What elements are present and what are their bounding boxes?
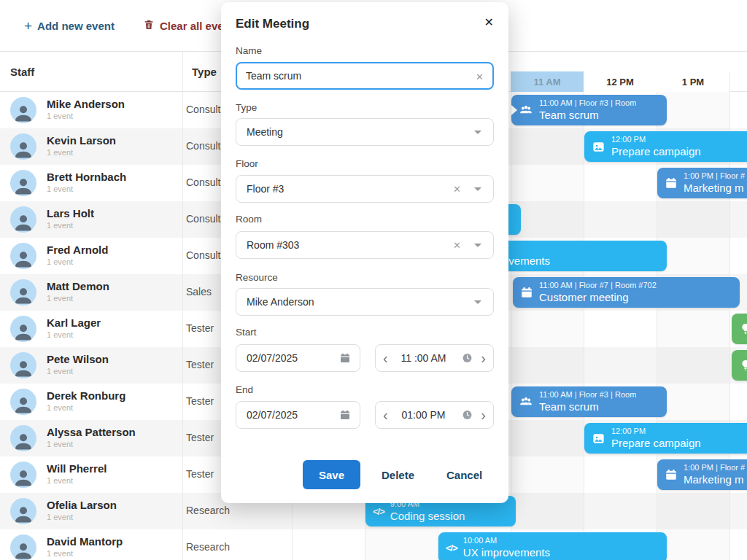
- staff-type: Sales: [186, 286, 212, 298]
- event-brainstorm[interactable]: [732, 314, 747, 344]
- type-select[interactable]: Meeting: [236, 118, 494, 146]
- event-ux-improvements[interactable]: </> 10:00 AMUX improvements: [438, 532, 667, 560]
- timeline-column-tint: [511, 92, 584, 560]
- add-new-event-label: Add new event: [37, 20, 115, 32]
- event-time: 11:00 AM | Floor #7 | Room #702: [539, 281, 657, 291]
- room-select[interactable]: Room #303 ✕: [236, 231, 494, 259]
- clear-room-icon[interactable]: ✕: [453, 240, 461, 251]
- staff-event-count: 1 event: [47, 403, 73, 412]
- staff-event-count: 1 event: [47, 367, 73, 376]
- staff-name: Alyssa Patterson: [47, 426, 136, 438]
- gridline: [511, 71, 511, 560]
- staff-event-count: 1 event: [47, 257, 73, 266]
- image-icon: [592, 432, 605, 446]
- staff-name: Brett Hornbach: [47, 171, 126, 183]
- avatar: [10, 316, 36, 342]
- chevron-down-icon: [474, 187, 481, 191]
- event-marketing-meeting[interactable]: 1:00 PM | Floor #Marketing m: [657, 459, 747, 490]
- add-new-event-button[interactable]: + Add new event: [24, 0, 115, 51]
- code-icon: </>: [446, 542, 457, 553]
- calendar-icon[interactable]: [339, 352, 351, 364]
- delete-button[interactable]: Delete: [371, 460, 425, 489]
- people-icon: [519, 394, 533, 409]
- chevron-right-icon[interactable]: ›: [481, 351, 486, 365]
- staff-name: Lars Holt: [47, 207, 94, 219]
- event-prepare-campaign[interactable]: 12:00 PMPrepare campaign: [584, 423, 747, 454]
- avatar: [10, 206, 36, 233]
- type-column-header: Type: [192, 51, 217, 92]
- staff-event-count: 1 event: [47, 476, 73, 485]
- event-title: Coding session: [390, 510, 465, 524]
- avatar: [10, 425, 36, 451]
- close-icon[interactable]: ✕: [484, 15, 494, 29]
- staff-type: Tester: [186, 468, 214, 480]
- floor-select[interactable]: Floor #3 ✕: [236, 175, 494, 203]
- start-date-value: 02/07/2025: [247, 352, 298, 364]
- chevron-left-icon[interactable]: ‹: [383, 408, 388, 422]
- start-label: Start: [236, 327, 257, 338]
- clock-icon[interactable]: [462, 353, 473, 364]
- end-time-input[interactable]: ‹ 01:00 PM ›: [375, 401, 494, 429]
- name-input[interactable]: [236, 62, 494, 90]
- dialog-title: Edit Meeting: [236, 17, 309, 31]
- staff-type: Tester: [186, 432, 214, 443]
- staff-event-count: 1 event: [47, 330, 73, 339]
- event-title: Customer meeting: [539, 291, 657, 305]
- trash-icon: [143, 19, 155, 33]
- staff-type: Tester: [186, 322, 214, 334]
- staff-name: Matt Demon: [47, 280, 109, 292]
- staff-name: Derek Ronburg: [47, 389, 125, 402]
- clear-name-icon[interactable]: ✕: [476, 71, 484, 82]
- name-label: Name: [236, 45, 262, 56]
- clock-icon[interactable]: [462, 410, 473, 421]
- staff-event-count: 1 event: [47, 294, 73, 303]
- room-value: Room #303: [247, 239, 299, 251]
- staff-event-count: 1 event: [47, 549, 73, 558]
- event-title: UX improvements: [463, 546, 550, 560]
- cancel-button[interactable]: Cancel: [442, 460, 486, 489]
- event-time: 10:00 AM: [463, 536, 550, 546]
- staff-name: Mike Anderson: [47, 98, 125, 110]
- clear-floor-icon[interactable]: ✕: [453, 184, 461, 195]
- hour-header-12pm: 12 PM: [584, 71, 657, 92]
- event-prepare-campaign[interactable]: 12:00 PMPrepare campaign: [584, 131, 747, 162]
- staff-name: Kevin Larson: [47, 134, 116, 147]
- start-time-input[interactable]: ‹ 11 :00 AM ›: [375, 344, 494, 372]
- event-marketing-meeting[interactable]: 1:00 PM | Floor #Marketing m: [657, 168, 747, 198]
- lightbulb-icon: [739, 359, 747, 372]
- chevron-left-icon[interactable]: ‹: [383, 351, 388, 365]
- staff-name: Will Pherrel: [47, 462, 107, 475]
- event-brainstorm[interactable]: [732, 350, 747, 381]
- floor-label: Floor: [236, 158, 258, 169]
- save-button[interactable]: Save: [303, 460, 360, 489]
- staff-name: David Mantorp: [47, 535, 123, 548]
- avatar: [10, 352, 36, 378]
- type-label: Type: [236, 102, 257, 113]
- calendar-icon: [665, 468, 678, 481]
- staff-type: Research: [186, 505, 230, 516]
- staff-event-count: 1 event: [47, 184, 73, 193]
- event-time: 12:00 PM: [611, 427, 701, 437]
- staff-name: Ofelia Larson: [47, 499, 117, 511]
- end-date-value: 02/07/2025: [247, 409, 298, 421]
- start-date-input[interactable]: 02/07/2025: [236, 344, 360, 372]
- staff-event-count: 1 event: [47, 148, 73, 157]
- event-team-scrum[interactable]: 11:00 AM | Floor #3 | RoomTeam scrum: [511, 95, 667, 125]
- resource-select[interactable]: Mike Anderson: [236, 288, 494, 316]
- avatar: [10, 243, 36, 269]
- resource-value: Mike Anderson: [247, 296, 314, 308]
- calendar-icon[interactable]: [339, 409, 351, 421]
- event-customer-meeting[interactable]: 11:00 AM | Floor #7 | Room #702Customer …: [513, 277, 740, 308]
- chevron-right-icon[interactable]: ›: [481, 408, 486, 422]
- start-time-value: 11 :00 AM: [396, 352, 451, 364]
- event-time: 11:00 AM | Floor #3 | Room: [539, 390, 636, 400]
- event-continue-notch: [511, 105, 517, 115]
- event-team-scrum[interactable]: 11:00 AM | Floor #3 | RoomTeam scrum: [511, 386, 667, 417]
- avatar: [10, 462, 36, 488]
- event-time: 11:00 AM | Floor #3 | Room: [539, 98, 636, 109]
- hour-header-1pm: 1 PM: [657, 71, 729, 92]
- end-date-input[interactable]: 02/07/2025: [236, 401, 360, 429]
- avatar: [10, 279, 36, 306]
- staff-row: David Mantorp 1 event Research: [0, 529, 292, 560]
- image-icon: [592, 140, 605, 154]
